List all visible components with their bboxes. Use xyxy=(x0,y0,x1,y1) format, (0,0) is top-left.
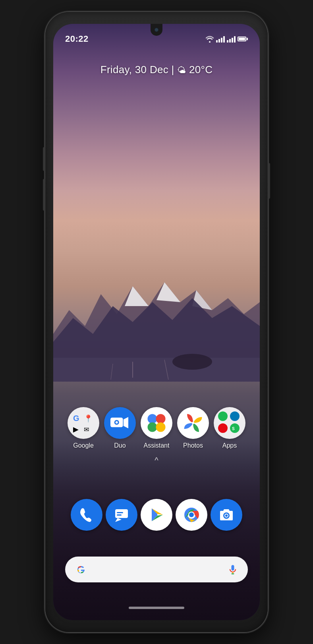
svg-point-36 xyxy=(189,512,194,517)
photos-app-item[interactable]: Photos xyxy=(177,407,209,449)
volume-up-button[interactable] xyxy=(43,147,45,171)
svg-point-20 xyxy=(148,423,157,432)
svg-point-24 xyxy=(230,411,240,421)
battery-icon xyxy=(238,37,248,41)
svg-rect-40 xyxy=(232,572,233,573)
svg-marker-29 xyxy=(115,518,122,522)
svg-text:📍: 📍 xyxy=(84,414,93,423)
svg-text:G: G xyxy=(73,414,79,423)
svg-rect-5 xyxy=(53,358,260,382)
svg-point-22 xyxy=(192,422,194,424)
svg-marker-2 xyxy=(156,282,180,302)
volume-down-button[interactable] xyxy=(43,179,45,211)
photos-app-icon[interactable] xyxy=(177,407,209,439)
svg-rect-31 xyxy=(117,514,122,516)
messages-dock-icon[interactable] xyxy=(106,499,137,531)
svg-rect-30 xyxy=(117,512,123,513)
google-folder-label: Google xyxy=(73,442,94,449)
phone-dock-icon[interactable] xyxy=(71,499,102,531)
front-camera xyxy=(155,28,158,32)
svg-point-39 xyxy=(225,514,228,517)
duo-app-item[interactable]: Duo xyxy=(104,407,136,449)
svg-rect-28 xyxy=(115,509,128,518)
phone-frame: 20:22 xyxy=(45,12,268,632)
svg-rect-41 xyxy=(232,573,234,574)
svg-text:S: S xyxy=(232,427,235,431)
status-icons xyxy=(205,35,248,43)
google-logo xyxy=(73,562,89,578)
svg-point-6 xyxy=(172,354,212,370)
assistant-app-label: Assistant xyxy=(144,442,170,449)
app-icons-row: G 📍 ▶ ✉ Google xyxy=(53,407,260,449)
camera-dock-icon[interactable] xyxy=(211,499,242,531)
mountain-illustration xyxy=(53,262,260,382)
svg-point-21 xyxy=(156,423,166,432)
photos-app-label: Photos xyxy=(183,442,203,449)
apps-folder-label: Apps xyxy=(222,442,237,449)
date-display: Friday, 30 Dec | 🌤 20°C xyxy=(100,64,213,76)
home-indicator[interactable] xyxy=(129,607,184,609)
svg-point-26 xyxy=(230,423,240,433)
svg-text:✉: ✉ xyxy=(84,426,89,433)
assistant-app-item[interactable]: Assistant xyxy=(141,407,172,449)
apps-folder-item[interactable]: S Apps xyxy=(214,407,245,449)
svg-text:▶: ▶ xyxy=(73,425,79,433)
assistant-app-icon[interactable] xyxy=(141,407,172,439)
wifi-icon xyxy=(205,35,214,43)
google-folder-icon[interactable]: G 📍 ▶ ✉ xyxy=(68,407,99,439)
chrome-dock-icon[interactable] xyxy=(176,499,207,531)
apps-folder-icon[interactable]: S xyxy=(214,407,245,439)
google-folder-item[interactable]: G 📍 ▶ ✉ Google xyxy=(68,407,99,449)
dock xyxy=(61,493,252,537)
signal-icon-2 xyxy=(227,35,236,43)
duo-app-icon[interactable] xyxy=(104,407,136,439)
date-weather-widget[interactable]: Friday, 30 Dec | 🌤 20°C xyxy=(53,64,260,76)
google-search-bar[interactable] xyxy=(65,557,248,582)
notch xyxy=(151,24,162,36)
play-store-dock-icon[interactable] xyxy=(141,499,172,531)
voice-search-icon[interactable] xyxy=(226,563,240,577)
svg-point-25 xyxy=(218,423,228,433)
app-drawer-hint[interactable]: ^ xyxy=(155,456,158,465)
signal-icon xyxy=(216,35,225,43)
svg-marker-15 xyxy=(124,417,128,429)
svg-point-19 xyxy=(156,414,166,424)
svg-point-18 xyxy=(148,414,157,424)
phone-screen: 20:22 xyxy=(53,24,260,620)
duo-app-label: Duo xyxy=(114,442,126,449)
svg-point-17 xyxy=(116,421,118,424)
clock: 20:22 xyxy=(65,34,89,44)
power-button[interactable] xyxy=(268,163,270,199)
svg-point-23 xyxy=(218,411,228,421)
